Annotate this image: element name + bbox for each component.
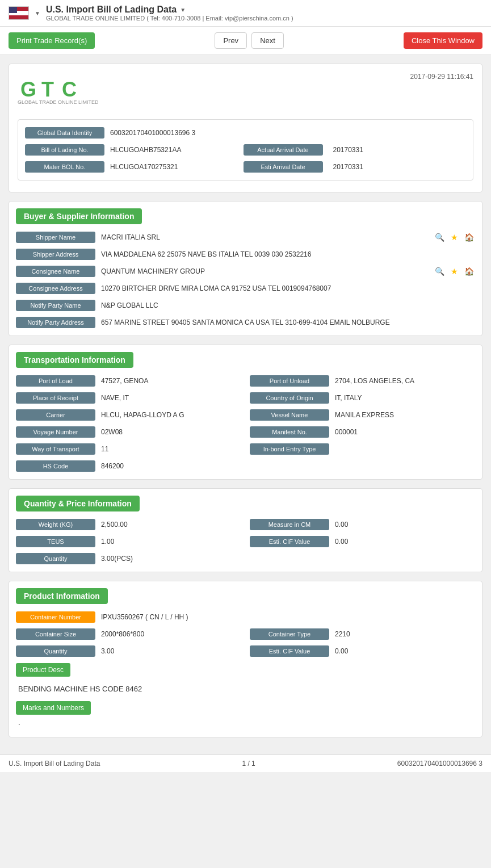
receipt-origin-row: Place of Receipt NAVE, IT Country of Ori… [16,392,475,404]
product-quantity-value: 3.00 [95,645,241,657]
global-data-identity-row: Global Data Identity 6003201704010000136… [25,127,466,139]
global-data-identity-value: 600320170401000013696 3 [104,127,466,139]
product-info-section: Product Information Container Number IPX… [9,581,482,737]
svg-text:C: C [62,78,77,101]
container-type-label: Container Type [250,628,329,640]
esti-arrival-label: Esti Arrival Date [244,161,323,173]
weight-label: Weight (KG) [16,519,95,530]
product-quantity-col: Quantity 3.00 [16,645,241,657]
country-of-origin-value: IT, ITALY [329,392,475,404]
country-of-origin-label: Country of Origin [250,392,329,404]
esti-arrival-value: 20170331 [328,161,467,173]
carrier-vessel-row: Carrier HLCU, HAPAG-LLOYD A G Vessel Nam… [16,409,475,421]
print-button[interactable]: Print Trade Record(s) [9,32,95,49]
consignee-name-label: Consignee Name [16,266,95,277]
shipper-name-value: MACRI ITALIA SRL [95,231,429,244]
container-size-type-row: Container Size 2000*806*800 Container Ty… [16,628,475,640]
consignee-home-icon[interactable]: 🏠 [463,265,475,278]
shipper-home-icon[interactable]: 🏠 [463,231,475,244]
place-of-receipt-label: Place of Receipt [16,392,95,404]
page-title: U.S. Import Bill of Lading Data ▼ [46,5,482,15]
manifest-no-col: Manifest No. 000001 [250,426,475,438]
port-of-unload-label: Port of Unload [250,375,329,387]
way-of-transport-col: Way of Transport 11 [16,443,241,455]
notify-party-name-value: N&P GLOBAL LLC [95,299,475,312]
esti-cif-value: 0.00 [329,535,475,548]
consignee-address-label: Consignee Address [16,283,95,294]
measure-value: 0.00 [329,518,475,531]
weight-col: Weight (KG) 2,500.00 [16,518,241,531]
transport-inbond-row: Way of Transport 11 In-bond Entry Type [16,443,475,455]
hs-code-label: HS Code [16,460,95,472]
teus-cif-row: TEUS 1.00 Esti. CIF Value 0.00 [16,535,475,548]
notify-party-name-label: Notify Party Name [16,300,95,311]
place-of-receipt-value: NAVE, IT [95,392,241,404]
consignee-name-value: QUANTUM MACHINERY GROUP [95,265,429,278]
shipper-search-icon[interactable]: 🔍 [433,231,446,244]
logo-area: G T C GLOBAL TRADE ONLINE LIMITED 2017-0… [18,73,473,111]
company-subtitle: GLOBAL TRADE ONLINE LIMITED ( Tel: 400-7… [46,15,482,22]
notify-party-address-value: 657 MARINE STREET 90405 SANTA MONICA CA … [95,316,475,329]
product-cif-col: Esti. CIF Value 0.00 [250,645,475,657]
consignee-search-icon[interactable]: 🔍 [433,265,446,278]
footer-left: U.S. Import Bill of Lading Data [9,760,100,768]
consignee-address-row: Consignee Address 10270 BIRTCHER DRIVE M… [16,282,475,295]
product-desc-button[interactable]: Product Desc [16,663,70,677]
shipper-name-row: Shipper Name MACRI ITALIA SRL 🔍 ★ 🏠 [16,231,475,244]
container-size-label: Container Size [16,628,95,640]
shipper-star-icon[interactable]: ★ [448,231,460,244]
actual-arrival-value: 20170331 [328,144,467,156]
notify-party-address-label: Notify Party Address [16,317,95,328]
quantity-value: 3.00(PCS) [95,552,475,565]
close-window-button[interactable]: Close This Window [404,32,482,49]
measure-col: Measure in CM 0.00 [250,518,475,531]
container-type-col: Container Type 2210 [250,628,475,640]
mater-bol-label: Mater BOL No. [25,161,104,173]
carrier-label: Carrier [16,409,95,421]
marks-value: . [16,715,475,730]
consignee-star-icon[interactable]: ★ [448,265,460,278]
top-header: ▼ U.S. Import Bill of Lading Data ▼ GLOB… [0,0,491,27]
weight-measure-row: Weight (KG) 2,500.00 Measure in CM 0.00 [16,518,475,531]
next-button[interactable]: Next [251,32,284,49]
product-desc-area: Product Desc BENDING MACHINE HS CODE 846… [16,663,475,697]
manifest-no-value: 000001 [329,426,475,438]
weight-value: 2,500.00 [95,518,241,531]
container-type-value: 2210 [329,628,475,640]
buyer-supplier-section: Buyer & Supplier Information Shipper Nam… [9,201,482,336]
country-of-origin-col: Country of Origin IT, ITALY [250,392,475,404]
transportation-section: Transportation Information Port of Load … [9,345,482,480]
product-quantity-label: Quantity [16,645,95,657]
way-of-transport-value: 11 [95,443,241,455]
esti-cif-col: Esti. CIF Value 0.00 [250,535,475,548]
vessel-name-value: MANILA EXPRESS [329,409,475,421]
container-size-col: Container Size 2000*806*800 [16,628,241,640]
port-of-unload-value: 2704, LOS ANGELES, CA [329,375,475,387]
product-qty-cif-row: Quantity 3.00 Esti. CIF Value 0.00 [16,645,475,657]
company-logo: G T C GLOBAL TRADE ONLINE LIMITED [18,73,99,105]
container-number-button[interactable]: Container Number [16,611,95,623]
global-data-identity-label: Global Data Identity [25,127,104,139]
page-footer: U.S. Import Bill of Lading Data 1 / 1 60… [0,754,491,772]
quantity-row: Quantity 3.00(PCS) [16,552,475,565]
container-number-row: Container Number IPXU3560267 ( CN / L / … [16,611,475,623]
mater-bol-row: Mater BOL No. HLCUGOA170275321 Esti Arri… [25,161,466,173]
shipper-address-row: Shipper Address VIA MADDALENA 62 25075 N… [16,248,475,261]
inbond-entry-col: In-bond Entry Type [250,443,475,455]
hs-code-row: HS Code 846200 [16,460,475,472]
voyage-number-label: Voyage Number [16,426,95,438]
manifest-no-label: Manifest No. [250,426,329,438]
buyer-supplier-header: Buyer & Supplier Information [16,208,142,224]
port-of-load-value: 47527, GENOA [95,375,241,387]
shipper-name-label: Shipper Name [16,232,95,243]
quantity-price-header: Quantity & Price Information [16,496,140,511]
teus-label: TEUS [16,536,95,547]
hs-code-value: 846200 [95,460,475,472]
inbond-entry-value [329,447,475,451]
notify-party-name-row: Notify Party Name N&P GLOBAL LLC [16,299,475,312]
shipper-address-value: VIA MADDALENA 62 25075 NAVE BS ITALIA TE… [95,248,475,261]
product-esti-cif-label: Esti. CIF Value [250,645,329,657]
marks-and-numbers-button[interactable]: Marks and Numbers [16,701,91,715]
mater-bol-value: HLCUGOA170275321 [104,161,244,173]
prev-button[interactable]: Prev [215,32,247,49]
